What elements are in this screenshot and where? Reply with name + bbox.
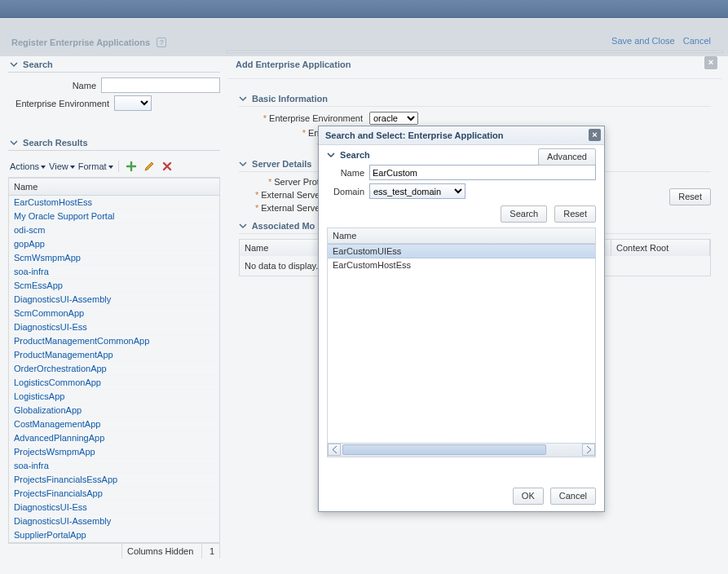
delete-icon[interactable] — [160, 159, 174, 174]
status-bar: Columns Hidden 1 — [8, 543, 220, 559]
table-row[interactable]: ScmEssApp — [9, 279, 219, 293]
name-label: Name — [8, 81, 101, 91]
table-row[interactable]: LogisticsCommonApp — [9, 376, 219, 390]
modal-backdrop — [0, 18, 728, 56]
table-row[interactable]: odi-scm — [9, 223, 219, 237]
columns-hidden-label: Columns Hidden — [127, 546, 193, 556]
collapse-icon — [239, 160, 247, 168]
table-row[interactable]: ProductManagementApp — [9, 348, 219, 362]
view-menu[interactable]: View — [49, 161, 75, 171]
table-row[interactable]: My Oracle Support Portal — [9, 210, 219, 223]
search-header-text: Search — [23, 60, 53, 69]
server-proto-label: Server Proto — [274, 177, 324, 187]
caret-down-icon — [41, 166, 46, 169]
modal-search-header: Search — [340, 150, 370, 160]
collapse-icon — [10, 139, 18, 147]
results-table: Name EarCustomHostEssMy Oracle Support P… — [8, 178, 220, 543]
result-list[interactable]: EarCustomUIEss EarCustomHostEss — [327, 243, 596, 444]
cancel-button[interactable]: Cancel — [550, 488, 596, 505]
results-section-header[interactable]: Search Results — [8, 135, 220, 151]
basic-info-header: Basic Information — [252, 94, 328, 104]
collapse-icon — [327, 151, 335, 159]
modal-name-label: Name — [327, 168, 369, 178]
modal-title-text: Search and Select: Enterprise Applicatio… — [325, 130, 503, 140]
table-row[interactable]: ProjectsFinancialsEssApp — [9, 473, 219, 487]
panel-env-select[interactable]: oracle — [369, 112, 418, 125]
table-row[interactable]: soa-infra — [9, 459, 219, 473]
scroll-left-icon[interactable] — [328, 444, 341, 456]
caret-down-icon — [108, 166, 113, 169]
assoc-header: Associated Mo — [252, 221, 315, 231]
separator — [118, 161, 119, 172]
horizontal-scrollbar[interactable] — [327, 444, 596, 457]
actions-menu[interactable]: Actions — [10, 161, 46, 171]
panel-title-text: Add Enterprise Application — [236, 60, 351, 69]
env-select[interactable] — [114, 95, 152, 111]
table-row[interactable]: soa-infra — [9, 265, 219, 279]
close-icon[interactable]: × — [704, 56, 717, 69]
table-row[interactable]: DiagnosticsUI-Assembly — [9, 293, 219, 307]
server-details-header: Server Details — [252, 159, 311, 169]
result-col-name[interactable]: Name — [327, 227, 596, 243]
collapse-icon — [239, 222, 247, 230]
modal-reset-button[interactable]: Reset — [554, 205, 596, 223]
table-row[interactable]: DiagnosticsUI-Ess — [9, 320, 219, 334]
table-row[interactable]: CostManagementApp — [9, 417, 219, 431]
name-input[interactable] — [101, 77, 220, 93]
table-row[interactable]: ProductManagementCommonApp — [9, 334, 219, 348]
scroll-thumb[interactable] — [342, 444, 546, 455]
columns-hidden-count: 1 — [210, 546, 214, 556]
edit-icon[interactable] — [142, 159, 157, 174]
format-menu[interactable]: Format — [78, 161, 113, 171]
collapse-icon — [239, 95, 247, 103]
app-topbar — [0, 0, 728, 18]
table-row[interactable]: ProjectsWsmpmApp — [9, 445, 219, 459]
modal-domain-select[interactable]: ess_test_domain — [369, 183, 465, 199]
panel-env-label: Enterprise Environment — [269, 113, 363, 123]
col-header-name[interactable]: Name — [9, 179, 219, 196]
results-header-text: Search Results — [23, 138, 87, 148]
scroll-right-icon[interactable] — [582, 444, 595, 456]
result-row[interactable]: EarCustomUIEss — [328, 244, 595, 258]
reset-button[interactable]: Reset — [669, 188, 711, 205]
search-select-dialog: Search and Select: Enterprise Applicatio… — [318, 126, 605, 512]
table-row[interactable]: ScmWsmpmApp — [9, 251, 219, 265]
search-button[interactable]: Search — [501, 205, 547, 223]
advanced-button[interactable]: Advanced — [538, 148, 596, 166]
add-icon[interactable] — [124, 159, 139, 174]
table-row[interactable]: EarCustomHostEss — [9, 196, 219, 210]
table-row[interactable]: DiagnosticsUI-Assembly — [9, 514, 219, 528]
env-label: Enterprise Environment — [8, 99, 114, 108]
table-row[interactable]: gopApp — [9, 237, 219, 251]
table-row[interactable]: DiagnosticsUI-Ess — [9, 501, 219, 514]
search-section-header[interactable]: Search — [8, 56, 220, 73]
table-row[interactable]: GlobalizationApp — [9, 404, 219, 417]
modal-domain-label: Domain — [327, 187, 369, 196]
collapse-icon — [10, 60, 18, 68]
assoc-col-context[interactable]: Context Root — [611, 240, 710, 256]
caret-down-icon — [70, 166, 75, 169]
table-row[interactable]: SupplierPortalApp — [9, 528, 219, 542]
table-row[interactable]: AdvancedPlanningApp — [9, 431, 219, 445]
results-toolbar: Actions View Format — [8, 156, 220, 178]
result-row[interactable]: EarCustomHostEss — [328, 258, 595, 272]
table-row[interactable]: ScmCommonApp — [9, 307, 219, 320]
table-row[interactable]: LogisticsApp — [9, 390, 219, 404]
close-icon[interactable]: × — [589, 129, 601, 141]
modal-name-input[interactable] — [369, 165, 596, 180]
table-row[interactable]: OrderOrchestrationApp — [9, 362, 219, 376]
ok-button[interactable]: OK — [513, 488, 544, 505]
table-row[interactable]: ProjectsFinancialsApp — [9, 487, 219, 501]
